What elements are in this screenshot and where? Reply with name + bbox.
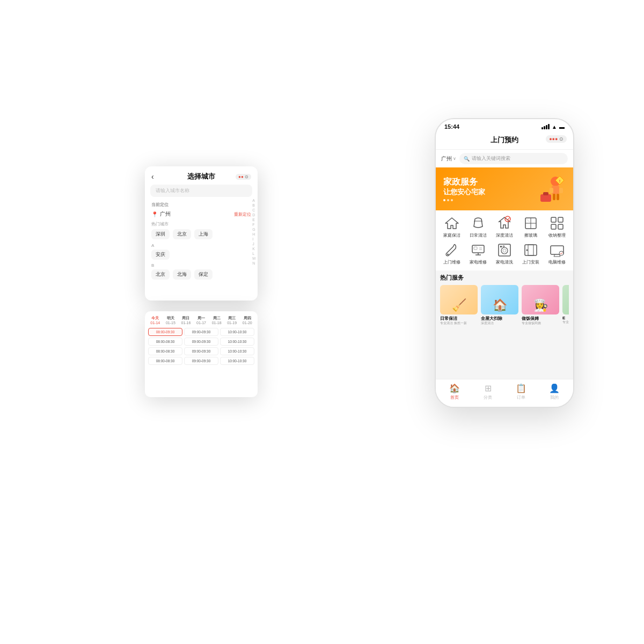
city-chip-beihai[interactable]: 北海 xyxy=(173,269,191,280)
service-item-window-clean[interactable]: 擦玻璃 xyxy=(519,215,543,238)
alpha-e[interactable]: E xyxy=(252,218,255,222)
date-col-mon: 周一 01-17 xyxy=(194,316,209,325)
wrench-icon xyxy=(444,243,459,258)
time-slot[interactable]: 08:00-08:30 xyxy=(148,357,182,365)
nav-item-category[interactable]: ⊞ 分类 xyxy=(471,383,504,400)
current-location-label: 当前定位 xyxy=(145,200,258,209)
hot-card-sweep[interactable]: 🏠 全屋大扫除 深度清洁 xyxy=(481,285,518,325)
nav-item-order[interactable]: 📋 订单 xyxy=(504,383,538,400)
search-icon: 🔍 xyxy=(464,156,470,162)
city-chip-shanghai[interactable]: 上海 xyxy=(194,229,213,239)
svg-rect-5 xyxy=(557,194,559,200)
alpha-d[interactable]: D xyxy=(252,213,255,217)
city-chip-anqing[interactable]: 安庆 xyxy=(151,250,170,260)
hot-card-label: 做饭保姆 xyxy=(522,316,559,321)
home-nav-icon: 🏠 xyxy=(449,383,460,393)
bottom-nav: 🏠 首页 ⊞ 分类 📋 订单 👤 我的 xyxy=(436,379,573,407)
time-slot[interactable]: 09:00-09:30 xyxy=(184,328,218,336)
service-item-computer-repair[interactable]: 电脑维修 xyxy=(545,241,569,265)
banner-decoration: ! xyxy=(534,172,569,207)
alpha-k[interactable]: K xyxy=(252,247,255,251)
city-card-badge: ●● ⊙ xyxy=(236,174,251,180)
time-slot[interactable]: 10:00-10:30 xyxy=(220,347,254,355)
city-chip-baoding[interactable]: 保定 xyxy=(194,269,213,280)
alpha-g[interactable]: G xyxy=(252,228,255,231)
svg-rect-7 xyxy=(543,192,548,195)
city-chip-shenzhen[interactable]: 深圳 xyxy=(151,229,170,239)
app-banner[interactable]: 家政服务 让您安心宅家 xyxy=(436,167,573,210)
svg-rect-22 xyxy=(474,247,477,250)
service-item-appliance-wash[interactable]: 家电清洗 xyxy=(493,241,516,265)
hot-card-extra[interactable]: 🛁 E 专业 xyxy=(562,285,569,325)
alpha-c[interactable]: C xyxy=(252,208,255,212)
alpha-h[interactable]: H xyxy=(252,232,255,236)
svg-text:!: ! xyxy=(559,179,561,184)
city-selector[interactable]: 广州 ∨ xyxy=(441,155,456,163)
service-grid: 家庭保洁 日常清洁 xyxy=(436,210,573,270)
relocate-button[interactable]: 重新定位 xyxy=(234,211,251,217)
search-input[interactable]: 🔍 请输入关键词搜索 xyxy=(459,153,568,164)
wifi-icon: ▲ xyxy=(552,124,557,130)
time-slot[interactable]: 08:00-09:30 xyxy=(148,328,182,336)
alpha-section-a: A 安庆 xyxy=(145,241,258,261)
service-item-home-clean[interactable]: 家庭保洁 xyxy=(440,215,464,238)
service-label: 日常清洁 xyxy=(470,233,487,238)
date-col-wed: 周三 01-19 xyxy=(225,316,239,325)
city-name: 广州 xyxy=(441,155,452,163)
alpha-m[interactable]: M xyxy=(252,257,255,260)
window-icon xyxy=(523,216,538,231)
banner-text: 家政服务 让您安心宅家 xyxy=(443,177,485,201)
install-icon xyxy=(523,243,538,258)
alpha-j[interactable]: J xyxy=(252,242,255,246)
alpha-i[interactable]: I xyxy=(252,237,255,241)
house-icon xyxy=(444,216,459,231)
alpha-label-b: B xyxy=(151,263,251,268)
service-item-repair[interactable]: 上门维修 xyxy=(440,241,464,265)
service-row-1: 家庭保洁 日常清洁 xyxy=(439,215,570,238)
service-item-deep-clean[interactable]: 深度清洁 xyxy=(493,215,516,238)
service-label: 擦玻璃 xyxy=(524,233,537,238)
time-slot[interactable]: 09:00-09:30 xyxy=(184,338,218,346)
chevron-down-icon: ∨ xyxy=(453,156,456,161)
svg-point-26 xyxy=(501,247,508,254)
hot-card-daily[interactable]: 🧹 日常保洁 专业清洁 焕然一新 xyxy=(440,285,478,325)
alpha-f[interactable]: F xyxy=(252,223,255,226)
city-chip-beijing2[interactable]: 北京 xyxy=(151,269,170,280)
alpha-cities-a: 安庆 xyxy=(151,250,251,260)
location-icon: 📍 xyxy=(151,211,158,217)
service-item-appliance-repair[interactable]: 家电维修 xyxy=(466,241,490,265)
time-slot[interactable]: 10:00-10:30 xyxy=(220,328,254,336)
time-slot[interactable]: 09:00-09:30 xyxy=(184,347,218,355)
svg-rect-15 xyxy=(558,217,563,222)
time-slot[interactable]: 08:00-08:30 xyxy=(148,338,182,346)
time-slot[interactable]: 09:00-09:30 xyxy=(184,357,218,365)
alpha-cities-b: 北京 北海 保定 xyxy=(151,269,251,280)
city-card-title: 选择城市 xyxy=(187,172,215,181)
hot-card-sub: 专业清洁 焕然一新 xyxy=(440,321,478,325)
hot-card-label: 全屋大扫除 xyxy=(481,316,518,321)
alpha-b[interactable]: B xyxy=(252,203,255,207)
service-item-organize[interactable]: 收纳整理 xyxy=(545,215,569,238)
service-label: 上门维修 xyxy=(443,260,460,265)
svg-point-32 xyxy=(526,249,528,251)
profile-nav-icon: 👤 xyxy=(549,383,560,393)
svg-point-10 xyxy=(505,216,510,222)
grid-icon xyxy=(550,216,565,231)
time-slot[interactable]: 08:00-08:30 xyxy=(148,347,182,355)
city-chip-beijing[interactable]: 北京 xyxy=(173,229,191,239)
city-card: ‹ 选择城市 ●● ⊙ 请输入城市名称 当前定位 📍 广州 重新定位 热门城市 … xyxy=(145,166,258,301)
service-item-daily-clean[interactable]: 日常清洁 xyxy=(466,215,490,238)
hot-card-cook[interactable]: 👩‍🍳 做饭保姆 专业做饭阿姨 xyxy=(522,285,559,325)
alpha-n[interactable]: N xyxy=(252,261,255,265)
alpha-l[interactable]: L xyxy=(252,252,255,255)
alpha-a[interactable]: A xyxy=(252,199,255,202)
time-slot[interactable]: 10:00-10:30 xyxy=(220,357,254,365)
time-slot[interactable]: 10:00-10:30 xyxy=(220,338,254,346)
back-button[interactable]: ‹ xyxy=(151,172,154,181)
nav-item-profile[interactable]: 👤 我的 xyxy=(538,383,571,400)
city-search-input[interactable]: 请输入城市名称 xyxy=(150,185,252,197)
service-item-install[interactable]: 上门安装 xyxy=(519,241,543,265)
date-day: 明天 xyxy=(164,316,178,321)
svg-rect-17 xyxy=(558,224,563,229)
nav-item-home[interactable]: 🏠 首页 xyxy=(438,383,471,400)
